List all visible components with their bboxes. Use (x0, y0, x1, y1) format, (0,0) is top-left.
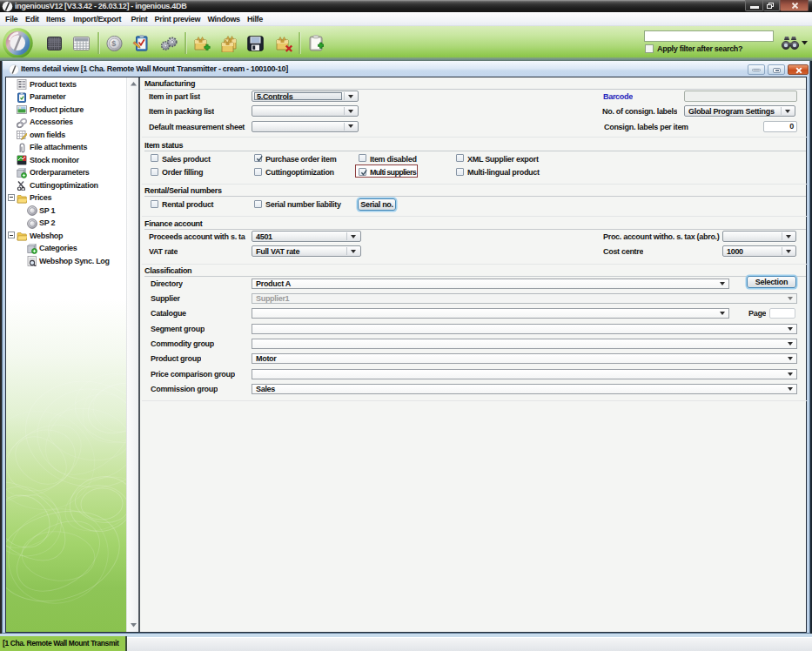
svg-text:$: $ (111, 39, 116, 48)
